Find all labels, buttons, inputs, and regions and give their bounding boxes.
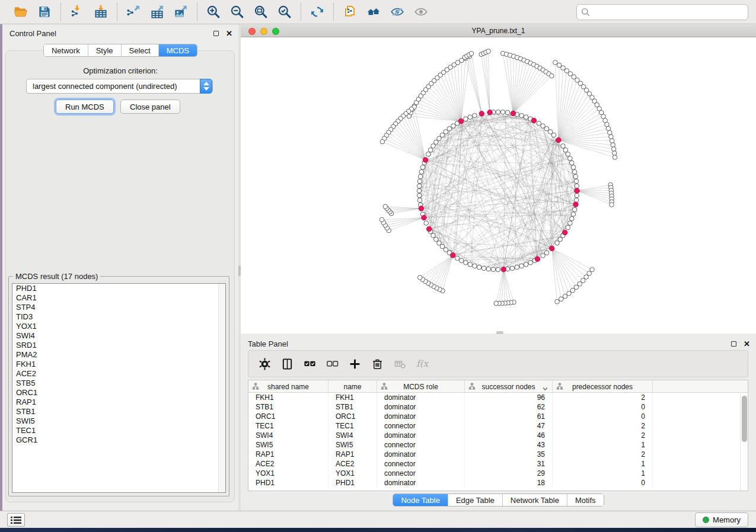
save-session-button[interactable] bbox=[36, 3, 53, 21]
table-tab-network-table[interactable]: Network Table bbox=[503, 494, 567, 506]
select-all-button[interactable] bbox=[303, 357, 317, 371]
table-row[interactable]: RAP1RAP1dominator352 bbox=[248, 450, 748, 459]
table-cell[interactable]: TEC1 bbox=[248, 421, 328, 431]
network-graph[interactable] bbox=[241, 37, 756, 334]
table-cell[interactable]: 47 bbox=[465, 421, 553, 431]
table-row[interactable]: FKH1FKH1dominator962 bbox=[248, 393, 748, 402]
float-table-panel-icon[interactable] bbox=[731, 341, 736, 347]
zoom-in-button[interactable] bbox=[205, 3, 222, 21]
table-row[interactable]: SWI5SWI5connector431 bbox=[248, 440, 748, 450]
table-cell[interactable]: RAP1 bbox=[248, 450, 328, 459]
table-cell[interactable]: 29 bbox=[465, 469, 553, 478]
mcds-node-item[interactable]: TEC1 bbox=[12, 426, 225, 435]
table-cell[interactable]: FKH1 bbox=[328, 393, 377, 402]
network-view[interactable] bbox=[241, 37, 756, 334]
mcds-node-item[interactable]: STB1 bbox=[12, 407, 225, 416]
export-network-button[interactable] bbox=[125, 3, 142, 21]
network-window-titlebar[interactable]: YPA_prune.txt_1 bbox=[241, 25, 756, 37]
memory-button[interactable]: Memory bbox=[695, 512, 748, 527]
table-cell[interactable]: 2 bbox=[553, 450, 653, 459]
table-cell[interactable]: 0 bbox=[553, 402, 653, 412]
column-header-MCDS-role[interactable]: MCDS role bbox=[377, 380, 465, 393]
table-tab-edge-table[interactable]: Edge Table bbox=[448, 494, 503, 506]
mcds-node-item[interactable]: STB5 bbox=[12, 379, 225, 388]
zoom-selected-button[interactable] bbox=[276, 3, 294, 21]
table-cell[interactable]: YOX1 bbox=[248, 469, 328, 478]
table-cell[interactable]: 61 bbox=[465, 412, 553, 421]
first-neighbors-button[interactable] bbox=[365, 3, 382, 21]
console-log-button[interactable] bbox=[7, 513, 25, 527]
table-row[interactable]: PHD1PHD1dominator180 bbox=[248, 478, 748, 488]
tab-network[interactable]: Network bbox=[44, 44, 88, 56]
table-cell[interactable]: 0 bbox=[553, 478, 653, 488]
table-cell[interactable]: 96 bbox=[465, 393, 553, 402]
table-cell[interactable]: 1 bbox=[553, 459, 653, 469]
table-cell[interactable]: ACE2 bbox=[248, 459, 328, 469]
table-cell[interactable]: dominator bbox=[377, 402, 465, 412]
table-cell[interactable]: dominator bbox=[377, 450, 465, 459]
close-panel-icon[interactable]: ✕ bbox=[226, 30, 232, 37]
table-cell[interactable]: 2 bbox=[553, 393, 653, 402]
mcds-node-item[interactable]: ACE2 bbox=[12, 369, 225, 379]
table-tab-node-table[interactable]: Node Table bbox=[393, 494, 448, 506]
criterion-select[interactable]: largest connected component (undirected) bbox=[26, 79, 213, 94]
column-header-shared-name[interactable]: shared name bbox=[248, 380, 328, 393]
table-cell[interactable]: connector bbox=[377, 421, 465, 431]
run-mcds-button[interactable]: Run MCDS bbox=[56, 100, 114, 114]
mcds-node-item[interactable]: YOX1 bbox=[12, 322, 225, 331]
table-cell[interactable]: ORC1 bbox=[328, 412, 377, 421]
table-cell[interactable]: 46 bbox=[465, 431, 553, 440]
table-cell[interactable]: dominator bbox=[377, 478, 465, 488]
table-cell[interactable]: dominator bbox=[377, 393, 465, 402]
mcds-node-item[interactable]: ORC1 bbox=[12, 388, 225, 398]
import-table-button[interactable] bbox=[92, 3, 110, 21]
mcds-node-item[interactable]: SRD1 bbox=[12, 341, 225, 350]
mcds-node-item[interactable]: PHD1 bbox=[12, 284, 225, 293]
table-row[interactable]: STB1STB1dominator620 bbox=[248, 402, 748, 412]
mcds-node-item[interactable]: SWI5 bbox=[12, 416, 225, 426]
column-header-name[interactable]: name bbox=[328, 380, 377, 393]
table-cell[interactable]: RAP1 bbox=[328, 450, 377, 459]
close-table-panel-icon[interactable]: ✕ bbox=[744, 340, 750, 348]
tab-mcds[interactable]: MCDS bbox=[159, 44, 197, 56]
zoom-fit-button[interactable] bbox=[252, 3, 270, 21]
mcds-node-item[interactable]: GCR1 bbox=[12, 435, 225, 445]
table-cell[interactable]: PHD1 bbox=[248, 478, 328, 488]
table-row[interactable]: ACE2ACE2connector311 bbox=[248, 459, 748, 469]
tab-style[interactable]: Style bbox=[88, 44, 122, 56]
table-row[interactable]: TEC1TEC1connector472 bbox=[248, 421, 748, 431]
refresh-view-button[interactable] bbox=[308, 3, 326, 21]
table-cell[interactable]: 0 bbox=[553, 412, 653, 421]
table-cell[interactable]: dominator bbox=[377, 431, 465, 440]
table-cell[interactable]: connector bbox=[377, 459, 465, 469]
table-scrollbar-thumb[interactable] bbox=[742, 396, 747, 442]
table-row[interactable]: ORC1ORC1dominator610 bbox=[248, 412, 748, 421]
mcds-list-scrollbar[interactable] bbox=[218, 284, 225, 492]
table-cell[interactable]: FKH1 bbox=[248, 393, 328, 402]
import-network-button[interactable] bbox=[68, 3, 86, 21]
table-scrollbar[interactable] bbox=[740, 393, 748, 491]
table-cell[interactable]: 1 bbox=[553, 469, 653, 478]
float-panel-icon[interactable] bbox=[213, 31, 219, 36]
table-row[interactable]: YOX1YOX1connector291 bbox=[248, 469, 748, 478]
add-column-button[interactable] bbox=[348, 357, 362, 371]
table-cell[interactable]: SWI4 bbox=[248, 431, 328, 440]
table-cell[interactable]: connector bbox=[377, 440, 465, 450]
table-cell[interactable]: 62 bbox=[465, 402, 553, 412]
table-cell[interactable]: 18 bbox=[465, 478, 553, 488]
column-header-successor-nodes[interactable]: successor nodes bbox=[465, 380, 553, 393]
show-all-button[interactable] bbox=[412, 3, 430, 21]
deselect-all-button[interactable] bbox=[326, 357, 339, 371]
table-cell[interactable]: 31 bbox=[465, 459, 553, 469]
table-cell[interactable]: TEC1 bbox=[328, 421, 377, 431]
delete-column-button[interactable] bbox=[371, 357, 384, 371]
export-image-button[interactable] bbox=[172, 3, 190, 21]
table-cell[interactable]: 2 bbox=[553, 421, 653, 431]
table-cell[interactable]: STB1 bbox=[248, 402, 328, 412]
mcds-node-item[interactable]: SWI4 bbox=[12, 331, 225, 341]
table-cell[interactable]: STB1 bbox=[328, 402, 377, 412]
export-table-button[interactable] bbox=[148, 3, 166, 21]
table-cell[interactable]: SWI5 bbox=[328, 440, 377, 450]
table-cell[interactable]: ACE2 bbox=[328, 459, 377, 469]
table-cell[interactable]: ORC1 bbox=[248, 412, 328, 421]
